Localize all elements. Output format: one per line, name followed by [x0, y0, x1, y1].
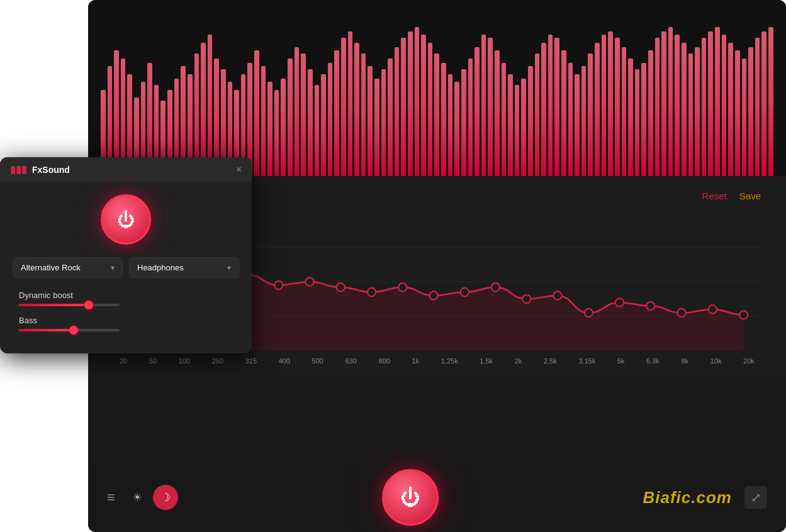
freq-label: 500 — [312, 357, 323, 365]
power-button-large[interactable]: ⏻ — [382, 469, 439, 526]
close-button[interactable]: × — [236, 164, 242, 175]
floating-titlebar: ▮▮▮ FxSound × — [0, 157, 252, 182]
eq-dot[interactable] — [429, 291, 437, 299]
power-icon-large: ⏻ — [400, 486, 420, 509]
spectrum-bar — [515, 85, 520, 176]
eq-dot[interactable] — [368, 288, 376, 296]
eq-dot[interactable] — [461, 288, 469, 296]
spectrum-bar — [695, 47, 700, 176]
eq-dot[interactable] — [585, 309, 593, 317]
freq-label: 10k — [710, 357, 722, 365]
eq-actions: Reset Save — [702, 191, 761, 201]
spectrum-bar — [715, 27, 720, 177]
spectrum-bar — [688, 53, 693, 176]
spectrum-bar — [454, 82, 459, 176]
spectrum-bar — [588, 53, 593, 176]
freq-label: 1.25k — [441, 357, 458, 365]
spectrum-bar — [481, 35, 486, 176]
expand-button[interactable]: ⤢ — [744, 486, 767, 509]
bass-label: Bass — [19, 316, 233, 325]
freq-label: 315 — [245, 357, 257, 365]
spectrum-bar — [348, 31, 353, 176]
spectrum-bar — [541, 43, 546, 177]
freq-label: 6.3k — [646, 357, 660, 365]
spectrum-bar — [334, 50, 339, 176]
eq-dot[interactable] — [337, 283, 345, 291]
dynamic-boost-track[interactable] — [19, 304, 120, 306]
save-button[interactable]: Save — [739, 191, 761, 201]
spectrum-bar — [608, 31, 613, 176]
selectors-row: Alternative Rock ▾ Headphones ▾ — [13, 257, 239, 278]
spectrum-bar — [461, 69, 466, 176]
dynamic-boost-thumb — [84, 301, 93, 309]
eq-dot[interactable] — [678, 309, 686, 317]
spectrum-bar — [488, 38, 493, 176]
slider-section: Dynamic boost Bass — [13, 291, 239, 331]
spectrum-bar — [675, 35, 680, 176]
freq-label: 100 — [179, 357, 190, 365]
device-selector[interactable]: Headphones ▾ — [129, 257, 239, 278]
spectrum-bar — [648, 50, 653, 176]
menu-icon[interactable]: ≡ — [107, 489, 115, 506]
spectrum-bar — [474, 47, 480, 176]
spectrum-bar — [441, 63, 446, 176]
eq-dot[interactable] — [274, 281, 283, 289]
spectrum-bar — [595, 43, 600, 177]
freq-label: 1k — [412, 357, 420, 365]
freq-label: 800 — [379, 357, 390, 365]
spectrum-bar — [254, 50, 259, 176]
spectrum-bar — [602, 35, 607, 176]
spectrum-bar — [722, 35, 727, 176]
freq-label: 2k — [515, 357, 522, 365]
spectrum-bar — [615, 38, 620, 176]
spectrum-bar — [708, 31, 713, 176]
eq-dot[interactable] — [305, 277, 313, 285]
spectrum-bar — [502, 63, 507, 176]
spectrum-bar — [361, 53, 366, 176]
spectrum-bar — [208, 35, 213, 176]
reset-button[interactable]: Reset — [702, 191, 727, 201]
app-logo: ▮▮▮ FxSound — [10, 163, 70, 175]
freq-labels: 20501002503154005006308001k1.25k1.5k2k2.… — [113, 357, 761, 365]
spectrum-bar — [341, 38, 346, 176]
power-button-small[interactable]: ⏻ — [101, 194, 151, 245]
bottom-bar: ≡ ☀ ☽ ⏻ Biafic.com ⤢ — [88, 463, 786, 532]
dark-theme-button[interactable]: ☽ — [153, 485, 178, 510]
eq-dot[interactable] — [709, 305, 717, 313]
spectrum-bar — [201, 43, 206, 177]
freq-label: 400 — [279, 357, 290, 365]
spectrum-bar — [742, 58, 747, 177]
spectrum-bar — [421, 35, 426, 176]
spectrum-bar — [301, 53, 306, 176]
spectrum-bar — [548, 35, 553, 176]
spectrum-bar — [434, 53, 439, 176]
spectrum-bar — [528, 66, 533, 176]
spectrum-bar — [374, 79, 379, 176]
spectrum-bar — [428, 43, 433, 177]
eq-dot[interactable] — [491, 283, 500, 291]
eq-dot[interactable] — [739, 311, 748, 319]
dynamic-boost-row: Dynamic boost — [19, 291, 233, 306]
light-theme-button[interactable]: ☀ — [125, 485, 150, 510]
bass-track[interactable] — [19, 329, 120, 331]
freq-label: 8k — [681, 357, 688, 365]
app-name: FxSound — [32, 165, 70, 175]
spectrum-bar — [381, 69, 386, 176]
eq-dot[interactable] — [554, 291, 562, 299]
spectrum-bar — [508, 74, 513, 177]
eq-dot[interactable] — [522, 295, 531, 303]
dynamic-boost-fill — [19, 304, 84, 306]
spectrum-bar — [628, 58, 633, 177]
floating-window: ▮▮▮ FxSound × ⏻ Alternative Rock ▾ Headp… — [0, 157, 252, 353]
spectrum-bar — [755, 38, 760, 176]
spectrum-bar — [535, 53, 540, 176]
preset-selector[interactable]: Alternative Rock ▾ — [13, 257, 123, 278]
eq-dot[interactable] — [615, 298, 624, 306]
spectrum-bar — [321, 74, 326, 177]
dynamic-boost-label: Dynamic boost — [19, 291, 233, 300]
eq-dot[interactable] — [398, 283, 407, 291]
eq-dot[interactable] — [646, 302, 654, 310]
freq-label: 5k — [617, 357, 625, 365]
spectrum-bar — [495, 50, 500, 176]
spectrum-bar — [308, 69, 313, 176]
